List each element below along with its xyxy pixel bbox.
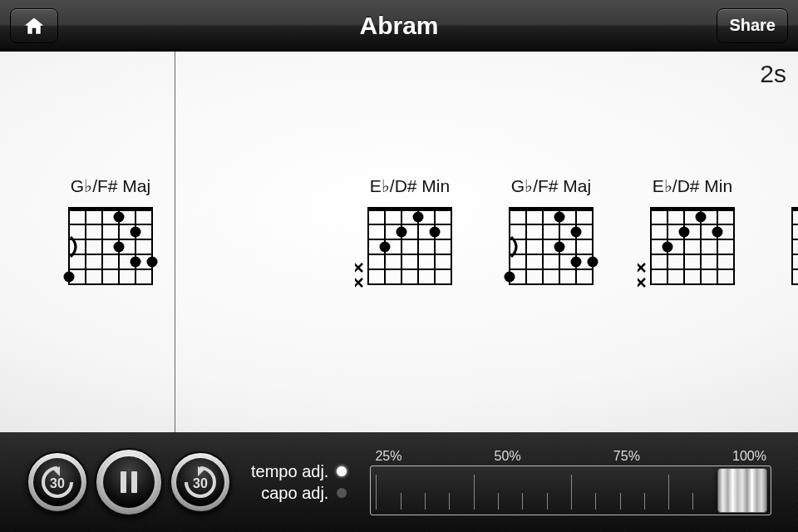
- svg-point-7: [430, 227, 441, 238]
- capo-adj-label: capo adj.: [261, 484, 328, 503]
- capo-adj-row[interactable]: capo adj.: [251, 482, 347, 504]
- svg-point-4: [131, 257, 141, 268]
- chord-name-label: E♭/D# Min: [370, 176, 450, 196]
- svg-point-9: [380, 242, 391, 253]
- svg-point-8: [397, 227, 407, 238]
- adjustment-toggles: tempo adj. capo adj.: [251, 461, 347, 504]
- chord-name-label: G♭/F# Maj: [71, 176, 150, 196]
- chord-name-label: E♭/D# Min: [653, 176, 732, 196]
- tempo-slider: 25%50%75%100%: [370, 449, 771, 515]
- slider-tick-label: 50%: [495, 449, 521, 464]
- chord-slot: E♭/D# Min: [622, 176, 763, 303]
- slider-thumb[interactable]: [717, 468, 767, 513]
- home-icon: [22, 16, 46, 36]
- svg-point-0: [114, 212, 125, 223]
- chord-diagram: [496, 201, 606, 303]
- forward-30-button[interactable]: 30: [170, 451, 231, 513]
- chord-diagram: [56, 201, 165, 303]
- slider-tick-label: 100%: [732, 449, 766, 464]
- svg-point-6: [413, 212, 424, 223]
- chord-slot: E♭/D# Min: [339, 176, 480, 303]
- svg-point-1: [131, 227, 141, 238]
- tempo-adj-indicator: [337, 466, 347, 476]
- rewind-seconds-label: 30: [50, 476, 65, 491]
- chord-row: G♭/F# Maj E♭/D# Min G♭/F# Maj: [0, 176, 798, 303]
- rewind-30-button[interactable]: 30: [27, 451, 88, 513]
- tempo-adj-label: tempo adj.: [251, 462, 328, 481]
- slider-tick-label: 25%: [375, 449, 401, 464]
- chord-slot: G♭/F# Maj: [480, 176, 622, 303]
- chord-diagram: [638, 201, 747, 303]
- svg-point-17: [712, 227, 723, 238]
- chord-slot: G♭/F# Maj: [40, 176, 181, 303]
- slider-tick-labels: 25%50%75%100%: [370, 449, 771, 466]
- top-bar: Abram Share: [0, 0, 798, 52]
- timecode-label: 2s: [760, 60, 786, 88]
- svg-point-11: [571, 227, 582, 238]
- pause-icon: [118, 470, 140, 495]
- svg-point-16: [696, 212, 707, 223]
- chord-diagram: [355, 201, 465, 303]
- page-title: Abram: [0, 12, 798, 40]
- svg-point-13: [588, 257, 598, 268]
- svg-point-12: [554, 242, 565, 253]
- svg-point-15: [505, 272, 515, 283]
- slider-tick-label: 75%: [613, 449, 640, 464]
- svg-point-3: [147, 257, 158, 268]
- transport-cluster: 30 30: [27, 448, 231, 516]
- svg-rect-21: [131, 471, 137, 493]
- svg-point-14: [571, 257, 582, 268]
- chord-slot: D: [763, 176, 798, 303]
- svg-rect-20: [121, 471, 126, 493]
- chord-diagram: [779, 201, 798, 303]
- home-button[interactable]: [10, 8, 58, 43]
- forward-seconds-label: 30: [193, 476, 208, 491]
- pause-button[interactable]: [95, 448, 163, 516]
- slider-track[interactable]: [370, 466, 771, 515]
- svg-point-18: [679, 227, 690, 238]
- svg-point-2: [114, 242, 125, 253]
- capo-adj-indicator: [337, 488, 347, 498]
- svg-point-5: [64, 272, 75, 283]
- svg-point-19: [663, 242, 673, 253]
- svg-point-10: [554, 212, 565, 223]
- controls-bar: 30 30 tempo adj. cap: [0, 432, 798, 532]
- chord-canvas[interactable]: 2s G♭/F# Maj E♭/D# Min G♭/F# Maj: [0, 52, 798, 432]
- tempo-adj-row[interactable]: tempo adj.: [251, 461, 347, 482]
- share-button[interactable]: Share: [717, 8, 788, 43]
- chord-name-label: G♭/F# Maj: [511, 176, 591, 196]
